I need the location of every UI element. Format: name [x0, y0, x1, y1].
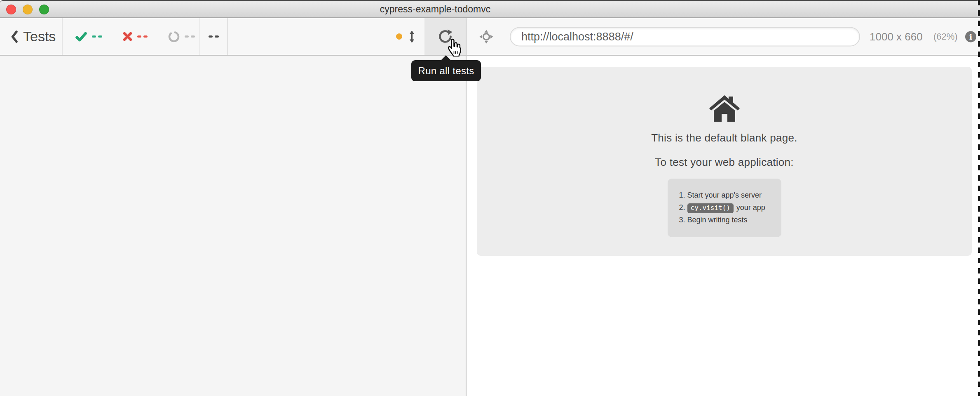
- pending-circle-icon: [168, 31, 180, 42]
- url-input[interactable]: [510, 27, 860, 46]
- zoom-icon[interactable]: [39, 5, 49, 14]
- duration-value: [209, 35, 219, 38]
- duration-indicator: [200, 18, 228, 55]
- list-item: 2.cy.visit()your app: [679, 201, 781, 214]
- back-button-label: Tests: [23, 28, 56, 45]
- selector-playground-button[interactable]: [479, 30, 493, 44]
- command-log-panel: [0, 56, 467, 396]
- crosshair-icon: [479, 30, 493, 44]
- hand-pointer-cursor: [446, 38, 462, 58]
- back-chevron-icon: [11, 31, 18, 43]
- instructions-box: 1.Start your app's server 2.cy.visit()yo…: [668, 179, 781, 237]
- back-to-tests-button[interactable]: Tests: [0, 18, 63, 55]
- run-all-tests-tooltip: Run all tests: [411, 60, 481, 81]
- window-titlebar: cypress-example-todomvc: [0, 0, 980, 18]
- test-stats: [63, 18, 200, 55]
- viewport-scale-label: (62%): [933, 31, 958, 42]
- minimize-icon[interactable]: [23, 5, 33, 14]
- code-chip: cy.visit(): [687, 203, 734, 213]
- viewport-size-label: 1000 x 660: [870, 30, 923, 43]
- step-text: Begin writing tests: [687, 216, 748, 224]
- cypress-runner-window: cypress-example-todomvc Tests: [0, 0, 980, 396]
- scroll-indicator-group: [228, 18, 424, 55]
- tooltip-label: Run all tests: [418, 65, 474, 77]
- check-icon: [75, 32, 87, 42]
- runner-toolbar: Tests: [0, 18, 980, 56]
- step-marker: 1.: [679, 189, 687, 201]
- list-item: 3.Begin writing tests: [679, 214, 781, 226]
- passed-count: [92, 35, 102, 38]
- failed-count: [137, 35, 148, 38]
- pending-count: [185, 35, 195, 38]
- step-marker: 2.: [679, 201, 687, 214]
- x-icon: [123, 32, 132, 41]
- home-icon: [709, 95, 740, 122]
- list-item: 1.Start your app's server: [679, 189, 781, 201]
- stat-pending: [168, 31, 195, 42]
- close-icon[interactable]: [6, 5, 16, 14]
- stat-passed: [75, 32, 102, 42]
- step-marker: 3.: [679, 214, 687, 226]
- url-section: 1000 x 660 (62%) i: [467, 18, 980, 55]
- default-blank-page: This is the default blank page. To test …: [477, 67, 972, 256]
- window-title: cypress-example-todomvc: [380, 4, 490, 15]
- crop-dashed-border: [978, 0, 980, 396]
- updown-arrow-icon: [409, 31, 415, 43]
- blank-page-subheading: To test your web application:: [655, 156, 794, 169]
- blank-page-heading: This is the default blank page.: [651, 132, 797, 144]
- step-text: your app: [736, 203, 765, 212]
- info-icon[interactable]: i: [965, 31, 976, 42]
- step-text: Start your app's server: [687, 191, 762, 199]
- stat-failed: [123, 32, 148, 41]
- auto-scroll-dot-icon: [396, 33, 402, 40]
